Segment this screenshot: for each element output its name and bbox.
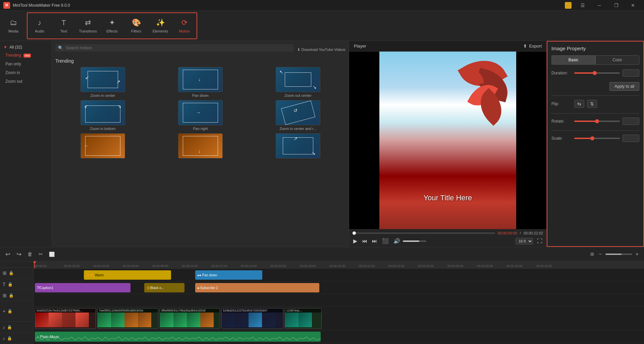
player-title-overlay: Your Title Here [424, 194, 472, 202]
ruler-mark-9: 00:00:18:00 [299, 264, 316, 268]
video-clip-2-header: 7ee0f651109e50f306fcdd50303e [98, 308, 158, 313]
clip-caption1[interactable]: Tf Caption1 [35, 283, 130, 292]
video-clip-4[interactable]: b29bd2512237b24fc6720035d47 [221, 308, 283, 329]
apply-to-all-button[interactable]: Apply to all [609, 82, 639, 91]
all-count-label: All (32) [9, 45, 22, 50]
clip-pan-down[interactable]: ● ● Pan down [195, 270, 262, 280]
audio-clip-photo-album[interactable]: ♪ Photo Album [35, 332, 321, 342]
text-label: Text [60, 29, 67, 33]
video-clip-3-header: 8f6ef86fc91c79ba36a3b641653d [160, 308, 220, 313]
motion-thumb-row3-2: ↓ [178, 133, 223, 158]
zoom-fill [605, 254, 622, 255]
zoom-out-button[interactable]: − [597, 250, 603, 259]
toolbar-motion[interactable]: ⟳ Motion [172, 13, 197, 39]
motion-item-row3-1[interactable]: ← [55, 133, 150, 160]
video-clip-5[interactable]: c1367eac... [285, 308, 322, 329]
track-label-motion: ⊞ 🔒 [0, 290, 33, 301]
hamburger-btn[interactable]: ☰ [575, 0, 590, 11]
redo-button[interactable]: ↪ [15, 249, 23, 259]
audio-track-1: ♪ Photo Album [34, 330, 644, 343]
motion-grid: ↙ ↗ Zoom in center ↓ Pan down [55, 67, 345, 160]
motion-search-bar[interactable]: 🔍 [55, 44, 294, 52]
download-label: Download YouTube Videos [302, 48, 346, 52]
motion-item-zoom-in-bottom[interactable]: ↙ ↘ Zoom in bottom [55, 100, 150, 131]
toolbar-audio[interactable]: ♪ Audio [28, 13, 52, 39]
toolbar-effects[interactable]: ✦ Effects [100, 13, 124, 39]
sidebar-item-trending[interactable]: Trending Hot [0, 51, 52, 60]
minimize-btn[interactable]: ─ [592, 0, 607, 11]
flip-horizontal-button[interactable]: ⇆ [574, 100, 584, 108]
zoom-slider[interactable] [605, 254, 632, 255]
duration-value[interactable]: 5.0 s [623, 69, 639, 77]
video-track-add-icon[interactable]: + [3, 308, 5, 314]
media-icon: 🗂 [10, 18, 17, 27]
progress-bar[interactable] [353, 232, 495, 234]
play-button[interactable]: ▶ [353, 237, 358, 245]
property-tabs: Basic Color [551, 55, 639, 65]
zoom-fit-button[interactable]: ⊞ [589, 250, 595, 258]
caption-track: Tf Caption1 🔆 Black o... ●: Subscribe 2 [34, 281, 644, 294]
video-clip-2[interactable]: 7ee0f651109e50f306fcdd50303e [97, 308, 158, 329]
scale-slider[interactable] [574, 138, 620, 139]
sidebar-item-zoom-out[interactable]: Zoom out [0, 77, 52, 86]
toolbar-media[interactable]: 🗂 Media [3, 13, 23, 39]
prev-frame-button[interactable]: ⏮ [361, 237, 368, 245]
stop-button[interactable]: ⬛ [381, 237, 389, 245]
flip-vertical-button[interactable]: ⇅ [587, 100, 597, 108]
motion-item-zoom-in-center-r[interactable]: ↺ Zoom in center and r... [251, 100, 345, 131]
duration-slider[interactable] [574, 72, 620, 74]
divider-1 [551, 95, 639, 96]
tab-basic[interactable]: Basic [551, 55, 595, 65]
motion-item-zoom-out-center[interactable]: ↖ ↘ Zoom out center [251, 67, 345, 97]
toolbar-elements[interactable]: ✨ Elements [148, 13, 172, 39]
next-frame-button[interactable]: ⏭ [371, 237, 378, 245]
video-thumb-2a [98, 313, 111, 327]
zoom-out-label: Zoom out [5, 79, 22, 84]
video-clip-1[interactable]: 0cbd31f19c7ecb11bdb7237f486... [35, 308, 96, 329]
toolbar-text[interactable]: T Text [52, 13, 76, 39]
motion-item-row3-2[interactable]: ↓ [153, 133, 248, 160]
elements-label: Elements [153, 29, 168, 33]
delete-button[interactable]: 🗑 [26, 250, 34, 258]
rotate-value[interactable]: 0 ° [623, 118, 639, 125]
fullscreen-button[interactable]: ⛶ [536, 237, 543, 245]
volume-slider[interactable] [403, 240, 426, 242]
search-input[interactable] [66, 46, 291, 50]
all-categories-header[interactable]: ▼ All (32) [0, 44, 52, 51]
volume-button[interactable]: 🔊 [393, 237, 401, 245]
motion-item-row3-3[interactable]: ↘ ↗ [251, 133, 345, 160]
ruler-mark-16: 00:00:32:00 [506, 264, 523, 268]
ruler-mark-6: 00:00:12:00 [211, 264, 227, 268]
toolbar-transitions[interactable]: ⇄ Transitions [76, 13, 100, 39]
undo-button[interactable]: ↩ [4, 249, 12, 259]
timeline-content[interactable]: 00:00:00 00:00:02:00 00:00:04:00 00:00:0… [34, 261, 644, 344]
scale-value[interactable]: 100 % [623, 135, 639, 142]
video-thumb-1c [62, 313, 75, 327]
motion-item-zoom-in-center[interactable]: ↙ ↗ Zoom in center [55, 67, 150, 97]
tab-color[interactable]: Color [595, 55, 639, 65]
sidebar-item-pan-only[interactable]: Pan only [0, 60, 52, 68]
download-youtube-btn[interactable]: ⬇ Download YouTube Videos [297, 48, 346, 52]
sidebar-item-zoom-in[interactable]: Zoom in [0, 68, 52, 77]
video-clip-3[interactable]: 8f6ef86fc91c79ba36a3b641653d [160, 308, 220, 329]
rotate-slider[interactable] [574, 121, 620, 122]
clip-subscribe2[interactable]: ●: Subscribe 2 [195, 283, 319, 292]
settings-btn[interactable]: ⚙ [565, 2, 572, 9]
cut-button[interactable]: ✂ [37, 250, 44, 259]
crop-button[interactable]: ⬜ [48, 250, 56, 258]
ruler-mark-10: 00:00:20:00 [329, 264, 345, 268]
lock-icon-5: 🔒 [7, 325, 12, 330]
export-button[interactable]: ⬆ Export [523, 44, 542, 49]
motion-item-pan-down[interactable]: ↓ Pan down [153, 67, 248, 97]
restore-btn[interactable]: ❐ [608, 0, 624, 11]
download-icon: ⬇ [297, 48, 300, 52]
toolbar-filters[interactable]: 🎨 Filters [124, 13, 148, 39]
aspect-ratio-select[interactable]: 16:9 9:16 1:1 [516, 238, 533, 245]
search-icon: 🔍 [58, 46, 63, 50]
zoom-in-button[interactable]: + [634, 250, 640, 259]
clip-blackout[interactable]: 🔆 Black o... [144, 283, 184, 292]
motion-item-pan-right[interactable]: → Pan right [153, 100, 248, 131]
close-btn[interactable]: ✕ [625, 0, 641, 11]
timeline-body: ⊞ 🔒 T 🔒 ⊞ 🔒 + 🔒 ♪ 🔒 ♪ 🔒 [0, 261, 644, 344]
clip-warm[interactable]: 🔆 🔆 Warm [84, 270, 171, 280]
